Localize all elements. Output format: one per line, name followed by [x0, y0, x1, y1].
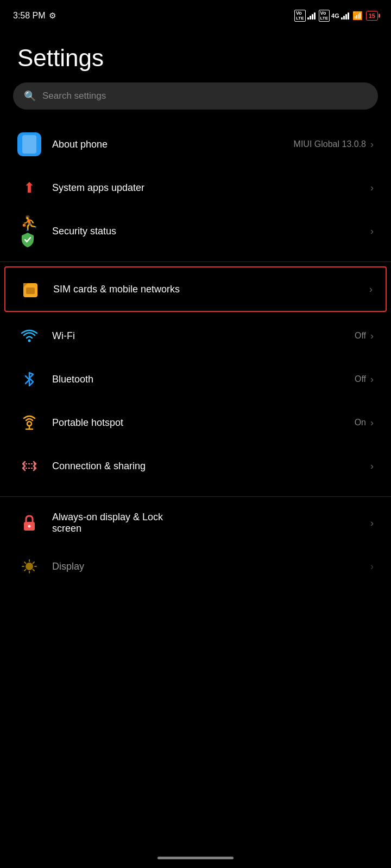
search-icon: 🔍	[24, 90, 36, 102]
lock-icon	[22, 514, 36, 532]
svg-rect-2	[26, 288, 35, 294]
connection-sharing-icon	[21, 457, 38, 475]
bluetooth-value: Off	[355, 374, 366, 384]
settings-item-portable-hotspot[interactable]: Portable hotspot On ›	[0, 401, 391, 444]
svg-line-16	[24, 562, 26, 564]
display-chevron: ›	[370, 561, 374, 572]
settings-item-system-apps-updater[interactable]: ⬆ System apps updater ›	[0, 166, 391, 209]
hotspot-icon	[21, 414, 38, 431]
4g-badge: 4G	[331, 12, 339, 19]
settings-item-bluetooth[interactable]: Bluetooth Off ›	[0, 358, 391, 401]
svg-point-3	[28, 340, 31, 342]
connection-sharing-icon-container	[17, 454, 41, 478]
settings-item-connection-sharing[interactable]: Connection & sharing ›	[0, 444, 391, 488]
always-on-display-label-line2: screen	[52, 523, 370, 534]
display-label: Display	[52, 561, 370, 572]
sim-cards-label: SIM cards & mobile networks	[53, 284, 369, 295]
about-phone-icon	[17, 132, 41, 156]
svg-point-11	[26, 563, 33, 570]
bluetooth-icon	[23, 371, 35, 388]
wifi-status-icon: 📶	[352, 11, 363, 21]
svg-line-19	[24, 570, 26, 571]
wifi-label: Wi-Fi	[52, 330, 355, 342]
section-top: About phone MIUI Global 13.0.8 › ⬆ Syste…	[0, 123, 391, 257]
portable-hotspot-label: Portable hotspot	[52, 417, 355, 429]
portable-hotspot-value: On	[355, 418, 366, 427]
battery-level: 15	[369, 12, 375, 19]
svg-line-17	[33, 570, 35, 571]
bluetooth-label: Bluetooth	[52, 374, 355, 385]
settings-item-security-status[interactable]: ⛹ Security status ›	[0, 209, 391, 253]
gear-icon: ⚙	[49, 11, 56, 21]
vo-badge-2: VoLTE	[319, 10, 330, 22]
svg-point-10	[28, 525, 31, 528]
status-bar-right: VoLTE VoLTE 4G 📶 15	[294, 10, 378, 22]
bluetooth-chevron: ›	[370, 374, 374, 385]
connection-sharing-chevron: ›	[370, 461, 374, 472]
system-apps-updater-icon: ⬆	[17, 176, 41, 200]
arrow-up-icon: ⬆	[23, 180, 35, 196]
sim-cards-icon-container	[18, 277, 42, 301]
search-placeholder: Search settings	[42, 91, 106, 101]
security-status-label: Security status	[52, 226, 370, 237]
always-on-display-label-container: Always-on display & Lock screen	[52, 512, 370, 534]
portable-hotspot-chevron: ›	[370, 417, 374, 429]
phone-shape	[22, 135, 36, 154]
wifi-value: Off	[355, 331, 366, 341]
hotspot-icon-container	[17, 411, 41, 435]
settings-item-display[interactable]: Display ›	[0, 545, 391, 588]
settings-item-wifi[interactable]: Wi-Fi Off ›	[0, 314, 391, 358]
signal-bars-1	[307, 12, 316, 20]
status-bar-left: 3:58 PM ⚙	[13, 11, 56, 21]
display-icon	[21, 559, 37, 574]
always-on-display-label-line1: Always-on display & Lock	[52, 512, 370, 523]
signal-bars-2	[341, 12, 349, 20]
lock-icon-container	[17, 511, 41, 535]
settings-item-always-on-display[interactable]: Always-on display & Lock screen ›	[0, 501, 391, 545]
search-bar[interactable]: 🔍 Search settings	[13, 82, 378, 110]
svg-line-18	[33, 562, 35, 564]
divider-1	[0, 261, 391, 262]
bottom-nav-bar	[157, 857, 234, 859]
settings-item-sim-cards[interactable]: SIM cards & mobile networks ›	[4, 266, 387, 312]
divider-2	[0, 496, 391, 497]
system-apps-chevron: ›	[370, 182, 374, 194]
about-phone-value: MIUI Global 13.0.8	[294, 139, 366, 149]
time-display: 3:58 PM	[13, 11, 46, 21]
security-status-icon-container: ⛹	[17, 219, 41, 243]
always-on-display-chevron: ›	[370, 518, 374, 529]
status-bar: 3:58 PM ⚙ VoLTE VoLTE 4G 📶	[0, 0, 391, 28]
sim-cards-chevron: ›	[369, 284, 373, 295]
volte-signal-1: VoLTE	[294, 10, 316, 22]
about-phone-chevron: ›	[370, 139, 374, 150]
display-icon-container	[17, 554, 41, 578]
security-status-chevron: ›	[370, 226, 374, 237]
about-phone-label: About phone	[52, 139, 294, 150]
section-network: SIM cards & mobile networks › Wi-Fi Off …	[0, 266, 391, 492]
battery-indicator: 15	[366, 11, 378, 21]
sim-icon	[22, 280, 39, 298]
section-display: Always-on display & Lock screen ›	[0, 501, 391, 592]
settings-item-about-phone[interactable]: About phone MIUI Global 13.0.8 ›	[0, 123, 391, 166]
page-title: Settings	[0, 28, 391, 82]
connection-sharing-label: Connection & sharing	[52, 461, 370, 472]
wifi-settings-icon	[21, 329, 37, 342]
wifi-chevron: ›	[370, 330, 374, 342]
vo-badge-1: VoLTE	[294, 10, 306, 22]
system-apps-updater-label: System apps updater	[52, 182, 370, 194]
wifi-icon-container	[17, 324, 41, 348]
volte-signal-2: VoLTE 4G	[319, 10, 349, 22]
shield-check-icon: ⛹	[21, 215, 38, 248]
bluetooth-icon-container	[17, 367, 41, 391]
